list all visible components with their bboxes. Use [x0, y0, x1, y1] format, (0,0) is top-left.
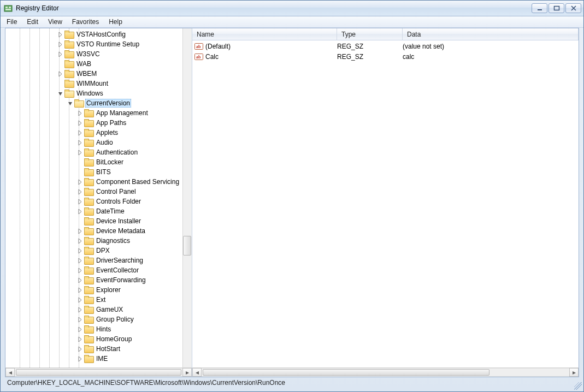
- tree-item[interactable]: CurrentVersion: [5, 98, 192, 108]
- expand-icon[interactable]: [76, 188, 83, 195]
- expand-icon[interactable]: [76, 326, 83, 332]
- expand-icon[interactable]: [76, 129, 83, 136]
- list-hscroll[interactable]: ◂ ▸: [192, 367, 579, 377]
- tree-vscroll[interactable]: [182, 28, 192, 367]
- tree-item[interactable]: W3SVC: [5, 49, 192, 59]
- tree-item[interactable]: Controls Folder: [5, 197, 192, 206]
- expand-icon[interactable]: [76, 110, 83, 116]
- menu-view[interactable]: View: [43, 16, 67, 27]
- expand-icon[interactable]: [76, 237, 83, 244]
- tree-item[interactable]: Group Policy: [5, 314, 192, 324]
- tree-item[interactable]: Applets: [5, 128, 192, 138]
- tree-item[interactable]: Device Installer: [5, 216, 192, 226]
- tree-vscroll-thumb[interactable]: [183, 236, 191, 256]
- folder-icon: [84, 355, 93, 363]
- expand-icon[interactable]: [76, 228, 83, 234]
- tree-item[interactable]: App Paths: [5, 118, 192, 128]
- expand-icon[interactable]: [76, 336, 83, 342]
- tree-item-label: Controls Folder: [95, 197, 142, 206]
- expand-icon[interactable]: [76, 139, 83, 146]
- tree-item[interactable]: WIMMount: [5, 79, 192, 88]
- tree-item[interactable]: Device Metadata: [5, 226, 192, 236]
- col-name[interactable]: Name: [192, 28, 337, 40]
- tree-item[interactable]: WAB: [5, 59, 192, 69]
- tree-item[interactable]: WBEM: [5, 69, 192, 79]
- menu-edit[interactable]: Edit: [22, 16, 43, 27]
- folder-icon: [64, 80, 73, 87]
- scroll-right-icon[interactable]: ▸: [569, 368, 579, 377]
- tree-item[interactable]: Explorer: [5, 285, 192, 295]
- menu-file[interactable]: File: [2, 16, 22, 27]
- tree-item-label: EventForwarding: [95, 276, 147, 284]
- menu-help[interactable]: Help: [104, 16, 127, 27]
- expand-icon[interactable]: [76, 247, 83, 254]
- expand-icon[interactable]: [57, 41, 63, 47]
- registry-tree[interactable]: VSTAHostConfigVSTO Runtime SetupW3SVCWAB…: [5, 28, 192, 367]
- tree-item[interactable]: BitLocker: [5, 157, 192, 167]
- tree-item[interactable]: Authentication: [5, 147, 192, 157]
- folder-icon: [84, 119, 93, 127]
- minimize-button[interactable]: [532, 3, 547, 13]
- expand-icon[interactable]: [57, 51, 63, 57]
- menu-favorites[interactable]: Favorites: [67, 16, 104, 27]
- expand-icon[interactable]: [57, 70, 63, 77]
- expand-icon[interactable]: [76, 287, 83, 293]
- tree-item[interactable]: Diagnostics: [5, 236, 192, 246]
- resize-grip[interactable]: [574, 382, 582, 390]
- expand-icon[interactable]: [76, 198, 83, 205]
- expand-icon[interactable]: [76, 316, 83, 323]
- expand-icon[interactable]: [76, 306, 83, 313]
- col-type[interactable]: Type: [337, 28, 403, 40]
- expand-icon[interactable]: [76, 120, 83, 126]
- tree-item[interactable]: GameUX: [5, 305, 192, 314]
- expand-icon[interactable]: [76, 208, 83, 215]
- value-row[interactable]: abCalcREG_SZcalc: [192, 51, 579, 62]
- value-row[interactable]: ab(Default)REG_SZ(value not set): [192, 41, 579, 51]
- tree-item[interactable]: Windows: [5, 88, 192, 98]
- tree-item[interactable]: BITS: [5, 167, 192, 177]
- registry-editor-window: Registry Editor File Edit View Favorites…: [0, 0, 584, 392]
- tree-item[interactable]: EventForwarding: [5, 275, 192, 285]
- tree-item[interactable]: Component Based Servicing: [5, 177, 192, 187]
- tree-item[interactable]: IME: [5, 354, 192, 364]
- tree-item[interactable]: DPX: [5, 246, 192, 256]
- client-area: VSTAHostConfigVSTO Runtime SetupW3SVCWAB…: [5, 28, 579, 377]
- expand-icon[interactable]: [76, 257, 83, 264]
- maximize-button[interactable]: [548, 3, 564, 13]
- list-hscroll-thumb[interactable]: [203, 369, 489, 376]
- tree-hscroll[interactable]: ◂ ▸: [5, 367, 192, 377]
- scroll-left-icon[interactable]: ◂: [5, 368, 15, 377]
- scroll-right-icon[interactable]: ▸: [182, 368, 192, 377]
- svg-rect-2: [9, 7, 11, 8]
- tree-item[interactable]: VSTAHostConfig: [5, 29, 192, 39]
- tree-item[interactable]: VSTO Runtime Setup: [5, 39, 192, 49]
- tree-item[interactable]: DateTime: [5, 206, 192, 216]
- tree-item[interactable]: HotStart: [5, 344, 192, 354]
- tree-item-label: DateTime: [95, 207, 126, 216]
- tree-item[interactable]: Hints: [5, 324, 192, 334]
- tree-item-label: BitLocker: [95, 158, 125, 167]
- expand-icon[interactable]: [76, 267, 83, 274]
- expand-icon[interactable]: [76, 179, 83, 185]
- tree-item[interactable]: Ext: [5, 295, 192, 305]
- expand-icon[interactable]: [76, 277, 83, 283]
- tree-item[interactable]: App Management: [5, 108, 192, 118]
- tree-item[interactable]: DriverSearching: [5, 256, 192, 265]
- expand-icon[interactable]: [76, 346, 83, 352]
- expand-icon[interactable]: [76, 296, 83, 303]
- tree-hscroll-thumb[interactable]: [16, 369, 181, 376]
- tree-item[interactable]: EventCollector: [5, 265, 192, 275]
- values-list[interactable]: ab(Default)REG_SZ(value not set)abCalcRE…: [192, 40, 579, 367]
- tree-item[interactable]: Control Panel: [5, 187, 192, 197]
- expand-icon[interactable]: [76, 355, 83, 362]
- expand-icon[interactable]: [76, 149, 83, 156]
- col-data[interactable]: Data: [403, 28, 579, 40]
- collapse-icon[interactable]: [67, 100, 73, 106]
- titlebar[interactable]: Registry Editor: [1, 1, 583, 16]
- scroll-left-icon[interactable]: ◂: [192, 368, 202, 377]
- collapse-icon[interactable]: [57, 90, 63, 97]
- close-button[interactable]: [565, 3, 581, 13]
- tree-item[interactable]: Audio: [5, 138, 192, 147]
- expand-icon[interactable]: [57, 31, 63, 38]
- tree-item[interactable]: HomeGroup: [5, 334, 192, 344]
